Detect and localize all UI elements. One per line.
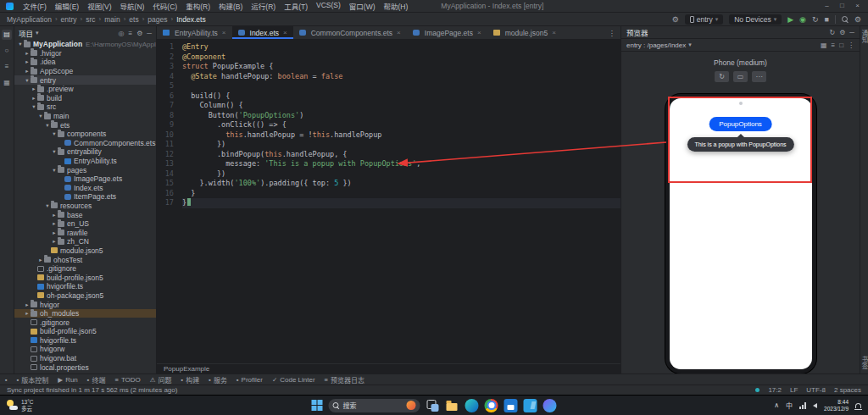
chevron-collapsed-icon[interactable]: ▸: [24, 302, 31, 308]
tree-item[interactable]: Index.ets: [14, 184, 156, 193]
tool-window-button-services[interactable]: ▪服务: [209, 375, 227, 385]
task-view-icon[interactable]: [426, 399, 440, 412]
plugins-tool-icon[interactable]: ▦: [2, 78, 12, 88]
restart-icon[interactable]: ↻: [812, 15, 819, 24]
close-tab-icon[interactable]: ×: [283, 29, 287, 36]
taskbar-clock[interactable]: 8:44 2023/12/9: [824, 399, 849, 412]
status-widget[interactable]: 2 spaces: [834, 386, 861, 394]
tree-item[interactable]: ▸zh_CN: [14, 237, 156, 246]
locate-file-icon[interactable]: ◎: [119, 30, 125, 37]
chevron-expanded-icon[interactable]: ▾: [37, 113, 44, 119]
menu-item[interactable]: 工具(T): [280, 1, 312, 11]
code-line[interactable]: @Entry: [182, 42, 620, 53]
project-tool-icon[interactable]: ▤: [2, 30, 12, 40]
tool-window-button-vcs[interactable]: ▪版本控制: [17, 375, 49, 385]
tree-item[interactable]: ▾components: [14, 130, 156, 139]
tree-item[interactable]: ▾entry: [14, 75, 156, 85]
notifications-tool-label[interactable]: 通知: [860, 30, 868, 44]
code-line[interactable]: struct PopupExample {: [182, 62, 620, 72]
close-tab-icon[interactable]: ×: [552, 29, 556, 36]
tree-item[interactable]: ▾MyApplicationE:\HarmonyOS\MyApplicatio: [14, 40, 156, 49]
rotate-device-icon[interactable]: ↻: [715, 71, 729, 82]
tree-item[interactable]: ▸base: [14, 210, 156, 219]
tree-item[interactable]: ▸.idea: [14, 58, 156, 67]
tree-item[interactable]: ImagePage.ets: [14, 174, 156, 184]
menu-item[interactable]: 视图(V): [83, 1, 115, 11]
previewer-target[interactable]: entry : /pages/Index: [626, 42, 686, 49]
tree-item[interactable]: ▾ets: [14, 120, 156, 130]
tree-item[interactable]: ▸hvigor: [14, 300, 156, 309]
tabs-more-icon[interactable]: ⋮: [604, 29, 621, 37]
run-config-selector[interactable]: entry ▾: [685, 14, 723, 25]
chevron-collapsed-icon[interactable]: ▸: [51, 220, 58, 227]
tree-item[interactable]: build-profile.json5: [14, 327, 156, 336]
close-tab-icon[interactable]: ×: [222, 29, 226, 36]
chevron-expanded-icon[interactable]: ▾: [51, 130, 58, 137]
tool-window-button-terminal[interactable]: ▪终端: [87, 375, 106, 385]
code-line[interactable]: build() {: [182, 91, 620, 102]
code-line[interactable]: [182, 81, 620, 91]
menu-item[interactable]: VCS(S): [312, 1, 345, 11]
chevron-expanded-icon[interactable]: ▾: [51, 148, 58, 155]
run-button[interactable]: ▶: [787, 15, 793, 24]
tree-item[interactable]: .gitignore: [14, 318, 156, 327]
breadcrumb-item[interactable]: ets: [129, 15, 138, 24]
editor-tab[interactable]: module.json5×: [487, 26, 562, 39]
tree-item[interactable]: .gitignore: [14, 264, 156, 274]
menu-item[interactable]: 代码(C): [148, 1, 181, 11]
project-panel-title[interactable]: 项目: [19, 28, 33, 38]
tree-item[interactable]: hvigorfile.ts: [14, 282, 156, 291]
tree-item[interactable]: ▸en_US: [14, 219, 156, 229]
chevron-collapsed-icon[interactable]: ▸: [24, 68, 31, 75]
chevron-collapsed-icon[interactable]: ▸: [31, 95, 37, 102]
editor-tab[interactable]: ImagePage.ets×: [407, 26, 487, 39]
commit-tool-icon[interactable]: ○: [2, 46, 12, 56]
breadcrumb-item[interactable]: pages: [147, 15, 167, 24]
code-line[interactable]: Column() {: [182, 101, 620, 111]
gear-icon[interactable]: ⚙: [839, 29, 845, 36]
debug-button[interactable]: ◉: [799, 15, 806, 24]
list-view-icon[interactable]: ≡: [831, 42, 835, 49]
tree-item[interactable]: hvigorw: [14, 345, 156, 354]
tree-item[interactable]: ▾main: [14, 112, 156, 121]
chevron-collapsed-icon[interactable]: ▸: [24, 50, 31, 57]
tree-item[interactable]: ▸.preview: [14, 85, 156, 94]
code-editor[interactable]: 1234567891011121314151617 @Entry@Compone…: [157, 40, 620, 363]
tree-item[interactable]: module.json5: [14, 246, 156, 256]
wifi-icon[interactable]: [799, 402, 806, 409]
stop-icon[interactable]: ■: [824, 15, 828, 24]
menu-item[interactable]: 帮助(H): [380, 1, 413, 11]
menu-item[interactable]: 重构(R): [181, 1, 214, 11]
tree-item[interactable]: ▸oh_modules: [14, 309, 156, 318]
search-icon[interactable]: [842, 16, 849, 23]
chevron-collapsed-icon[interactable]: ▸: [31, 86, 37, 92]
tree-item[interactable]: hvigorfile.ts: [14, 336, 156, 346]
tool-window-button-tools[interactable]: ▪: [5, 376, 8, 384]
tree-item[interactable]: hvigorw.bat: [14, 354, 156, 363]
tray-chevron-icon[interactable]: ∧: [774, 401, 779, 409]
chrome-icon[interactable]: [485, 399, 498, 412]
menu-item[interactable]: 导航(N): [116, 1, 149, 11]
code-line[interactable]: }): [182, 140, 620, 150]
minimize-icon[interactable]: –: [820, 0, 834, 12]
structure-tool-icon[interactable]: ≡: [2, 62, 12, 72]
chevron-collapsed-icon[interactable]: ▸: [24, 58, 31, 65]
tree-item[interactable]: ▾entryability: [14, 147, 156, 157]
device-selector[interactable]: No Devices ▾: [729, 14, 782, 25]
code-line[interactable]: @Component: [182, 53, 620, 63]
menu-item[interactable]: 编辑(E): [51, 1, 83, 11]
edge-icon[interactable]: [465, 399, 479, 412]
menu-item[interactable]: 窗口(W): [345, 1, 380, 11]
tree-item[interactable]: ItemPage.ets: [14, 192, 156, 202]
fit-view-icon[interactable]: □: [839, 42, 843, 49]
split-view-icon[interactable]: ▭: [733, 71, 748, 82]
file-explorer-icon[interactable]: [446, 399, 459, 412]
store-icon[interactable]: [504, 399, 518, 412]
tool-window-button-logs[interactable]: ≡预览器日志: [325, 375, 364, 385]
collapse-all-icon[interactable]: ≡: [128, 30, 132, 37]
chevron-collapsed-icon[interactable]: ▸: [51, 230, 58, 236]
breadcrumb-item[interactable]: Index.ets: [176, 15, 206, 24]
status-widget[interactable]: 17:2: [768, 386, 782, 394]
tree-item[interactable]: ▾src: [14, 102, 156, 112]
popup-options-button[interactable]: PopupOptions: [709, 117, 772, 131]
